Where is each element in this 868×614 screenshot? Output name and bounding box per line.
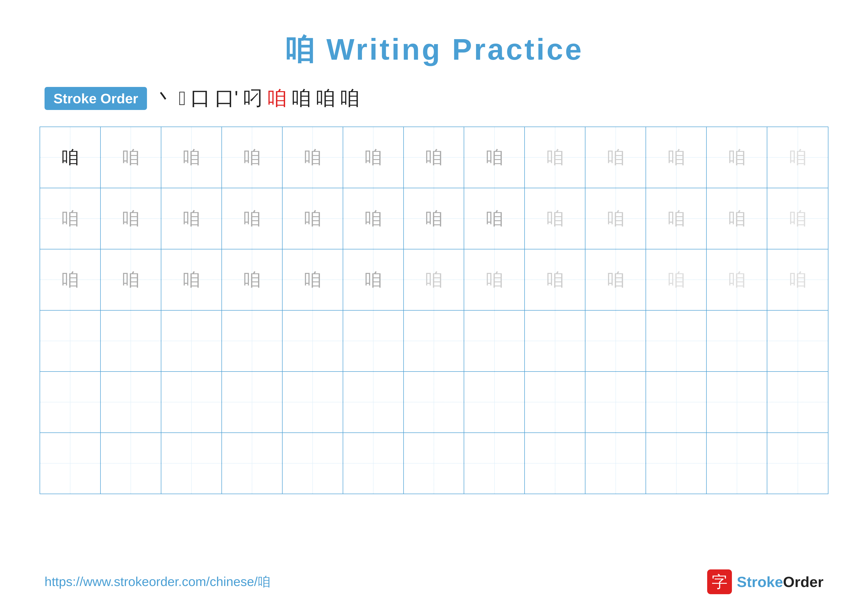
stroke-seq-8: 咱 <box>315 85 335 112</box>
grid-cell-5-3 <box>222 433 282 494</box>
grid-cell-5-11 <box>707 433 767 494</box>
stroke-seq-4: 口' <box>215 85 238 112</box>
grid-cell-4-11 <box>707 372 767 432</box>
grid-cell-1-12: 咱 <box>767 188 828 249</box>
grid-cell-1-8: 咱 <box>525 188 586 249</box>
cell-char-0-9: 咱 <box>607 145 625 169</box>
grid-cell-2-11: 咱 <box>707 249 767 310</box>
grid-cell-5-9 <box>586 433 646 494</box>
grid-cell-3-5 <box>343 311 404 371</box>
stroke-seq-5: 叼 <box>243 85 262 112</box>
grid-cell-0-10: 咱 <box>646 127 707 188</box>
grid-cell-1-2: 咱 <box>161 188 222 249</box>
stroke-seq-1: 丶 <box>154 85 174 112</box>
grid-cell-4-10 <box>646 372 707 432</box>
cell-char-1-9: 咱 <box>607 207 625 230</box>
grid-cell-3-1 <box>101 311 161 371</box>
grid-cell-2-3: 咱 <box>222 249 282 310</box>
stroke-order-badge: Stroke Order <box>45 87 147 110</box>
grid-cell-4-9 <box>586 372 646 432</box>
stroke-seq-9: 咱 <box>340 85 360 112</box>
cell-char-1-10: 咱 <box>667 207 685 230</box>
cell-char-1-7: 咱 <box>485 207 503 230</box>
cell-char-0-2: 咱 <box>182 145 200 169</box>
cell-char-0-7: 咱 <box>485 145 503 169</box>
grid-cell-5-4 <box>282 433 343 494</box>
grid-cell-2-8: 咱 <box>525 249 586 310</box>
grid-cell-5-1 <box>101 433 161 494</box>
cell-char-2-7: 咱 <box>485 268 503 292</box>
grid-cell-1-10: 咱 <box>646 188 707 249</box>
stroke-sequence: 丶 𠃍 口 口' 叼 咱 咱 咱 咱 <box>154 85 360 112</box>
stroke-seq-3: 口 <box>191 85 210 112</box>
grid-row-5 <box>40 433 828 494</box>
grid-cell-4-6 <box>404 372 465 432</box>
practice-grid: 咱咱咱咱咱咱咱咱咱咱咱咱咱咱咱咱咱咱咱咱咱咱咱咱咱咱咱咱咱咱咱咱咱咱咱咱咱咱咱 <box>40 127 828 494</box>
cell-char-2-10: 咱 <box>667 268 685 292</box>
grid-cell-1-4: 咱 <box>282 188 343 249</box>
grid-cell-0-7: 咱 <box>464 127 525 188</box>
grid-cell-4-3 <box>222 372 282 432</box>
grid-cell-0-8: 咱 <box>525 127 586 188</box>
footer: https://www.strokeorder.com/chinese/咱 字 … <box>0 569 868 594</box>
grid-cell-4-5 <box>343 372 404 432</box>
footer-logo: 字 StrokeOrder <box>707 569 823 594</box>
grid-cell-3-3 <box>222 311 282 371</box>
grid-cell-3-11 <box>707 311 767 371</box>
grid-cell-2-1: 咱 <box>101 249 161 310</box>
cell-char-1-6: 咱 <box>425 207 443 230</box>
grid-cell-4-2 <box>161 372 222 432</box>
grid-cell-0-2: 咱 <box>161 127 222 188</box>
grid-cell-2-10: 咱 <box>646 249 707 310</box>
grid-row-4 <box>40 372 828 433</box>
grid-cell-0-4: 咱 <box>282 127 343 188</box>
cell-char-0-6: 咱 <box>425 145 443 169</box>
grid-cell-0-0: 咱 <box>40 127 101 188</box>
cell-char-0-5: 咱 <box>364 145 382 169</box>
grid-cell-2-5: 咱 <box>343 249 404 310</box>
grid-cell-2-0: 咱 <box>40 249 101 310</box>
grid-cell-3-12 <box>767 311 828 371</box>
grid-row-2: 咱咱咱咱咱咱咱咱咱咱咱咱咱 <box>40 249 828 311</box>
footer-url: https://www.strokeorder.com/chinese/咱 <box>45 573 270 591</box>
grid-cell-5-12 <box>767 433 828 494</box>
grid-cell-5-6 <box>404 433 465 494</box>
grid-cell-0-9: 咱 <box>586 127 646 188</box>
grid-cell-5-2 <box>161 433 222 494</box>
grid-cell-0-3: 咱 <box>222 127 282 188</box>
grid-cell-4-8 <box>525 372 586 432</box>
cell-char-2-9: 咱 <box>607 268 625 292</box>
grid-cell-1-3: 咱 <box>222 188 282 249</box>
grid-cell-0-1: 咱 <box>101 127 161 188</box>
grid-cell-1-6: 咱 <box>404 188 465 249</box>
cell-char-0-3: 咱 <box>243 145 261 169</box>
logo-icon: 字 <box>707 569 732 594</box>
grid-cell-3-0 <box>40 311 101 371</box>
grid-cell-3-8 <box>525 311 586 371</box>
grid-cell-5-5 <box>343 433 404 494</box>
grid-cell-3-4 <box>282 311 343 371</box>
cell-char-1-2: 咱 <box>182 207 200 230</box>
cell-char-1-8: 咱 <box>546 207 564 230</box>
cell-char-2-0: 咱 <box>61 268 79 292</box>
grid-row-0: 咱咱咱咱咱咱咱咱咱咱咱咱咱 <box>40 127 828 188</box>
cell-char-1-3: 咱 <box>243 207 261 230</box>
grid-cell-4-1 <box>101 372 161 432</box>
grid-cell-4-7 <box>464 372 525 432</box>
grid-cell-0-6: 咱 <box>404 127 465 188</box>
cell-char-1-11: 咱 <box>728 207 746 230</box>
grid-cell-0-11: 咱 <box>707 127 767 188</box>
cell-char-2-1: 咱 <box>122 268 140 292</box>
grid-cell-5-0 <box>40 433 101 494</box>
grid-cell-1-9: 咱 <box>586 188 646 249</box>
cell-char-0-1: 咱 <box>122 145 140 169</box>
cell-char-2-6: 咱 <box>425 268 443 292</box>
grid-row-3 <box>40 311 828 372</box>
cell-char-0-11: 咱 <box>728 145 746 169</box>
cell-char-0-4: 咱 <box>304 145 321 169</box>
cell-char-0-10: 咱 <box>667 145 685 169</box>
stroke-seq-2: 𠃍 <box>179 87 186 110</box>
grid-cell-2-7: 咱 <box>464 249 525 310</box>
grid-cell-2-2: 咱 <box>161 249 222 310</box>
grid-cell-1-1: 咱 <box>101 188 161 249</box>
